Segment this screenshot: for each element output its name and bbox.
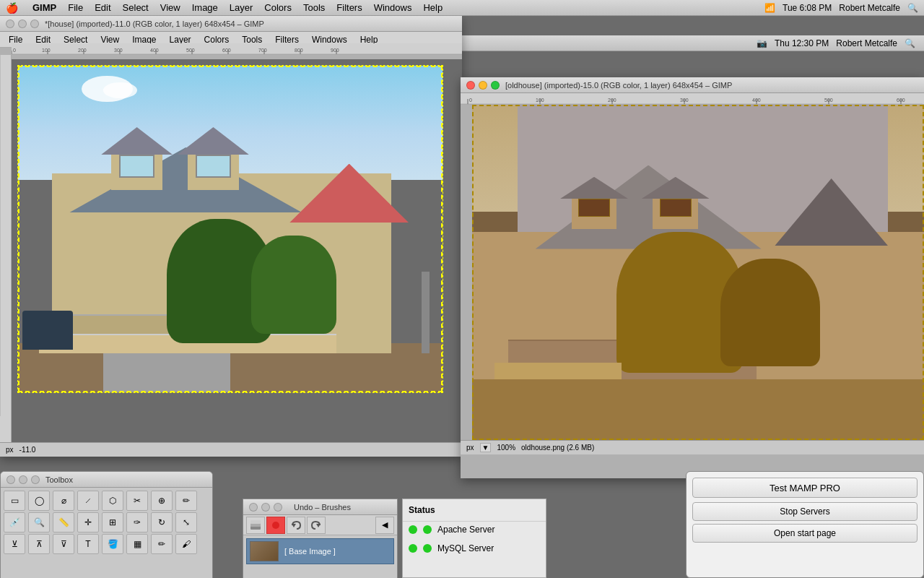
tool-select-by-color[interactable]: ⬡ [102,491,123,511]
close-button-1[interactable] [6,20,14,28]
channels-icon [270,520,282,530]
zoom-value: 100% [497,444,515,452]
menu-select[interactable]: Select [123,2,149,13]
tool-bucket-fill[interactable]: 🪣 [102,534,123,554]
secondary-time: Thu 12:30 PM [775,38,829,48]
tool-move[interactable]: ✛ [77,512,99,532]
undo-min[interactable] [261,503,270,512]
open-start-page-button[interactable]: Open start page [692,524,918,543]
svg-text:0: 0 [469,98,472,103]
svg-point-41 [272,522,279,529]
apache-dot2 [423,525,432,534]
maximize-button-2[interactable] [491,81,500,90]
toolbox-close[interactable] [6,475,15,484]
tool-ellipse-select[interactable]: ◯ [28,491,50,511]
undo-titlebar: Undo – Brushes [243,499,397,515]
driveway [103,353,230,392]
mysql-dot2 [423,544,432,553]
toolbox-grid: ▭ ◯ ⌀ ⟋ ⬡ ✂ ⊕ ✏ 💉 🔍 📏 ✛ ⊞ ✑ ↻ ⤡ ⊻ ⊼ ⊽ T … [1,488,212,557]
base-image-thumb [250,541,279,561]
mysql-label: MySQL Server [437,543,494,553]
redo-btn[interactable] [307,517,326,534]
menu-layer[interactable]: Layer [230,2,253,13]
apache-dot [409,525,417,534]
menu-help[interactable]: Help [423,2,443,13]
minimize-button-2[interactable] [479,81,487,90]
toolbox-max[interactable] [31,475,40,484]
traffic-lights-1 [6,20,39,28]
sepia-dormer-r [653,195,698,228]
house-image-container [17,65,443,393]
undo-collapse-btn[interactable]: ◀ [375,517,394,534]
tool-shear[interactable]: ⊻ [4,534,25,554]
undo-window: Undo – Brushes ◀ [243,499,398,578]
tool-crop[interactable]: ✑ [126,512,148,532]
toolbox-min[interactable] [19,475,27,484]
maximize-button-1[interactable] [30,20,39,28]
menu-gimp[interactable]: GIMP [32,2,56,13]
layers-icon-btn[interactable] [246,517,265,534]
undo-history-btn[interactable] [287,517,305,534]
tool-foreground-select[interactable]: ⊕ [151,491,173,511]
menu-colors[interactable]: Colors [264,2,292,13]
zoom-select[interactable]: ▼ [480,443,492,452]
minimize-button-1[interactable] [18,20,27,28]
tool-align[interactable]: ⊞ [102,512,123,532]
menu-view[interactable]: View [160,2,180,13]
tool-color-picker[interactable]: 💉 [4,512,25,532]
tool-scissors[interactable]: ✂ [126,491,148,511]
svg-text:500: 500 [186,48,195,53]
h-ruler-2: 0 100 200 300 400 500 600 [461,93,924,105]
mysql-dot [409,544,417,553]
tool-paths[interactable]: ✏ [175,491,197,511]
dormer-left [111,151,162,190]
base-image-item[interactable]: [ Base Image ] [246,538,394,564]
tool-rect-select[interactable]: ▭ [4,491,25,511]
tool-scale[interactable]: ⤡ [175,512,197,532]
tool-rotate[interactable]: ↻ [151,512,173,532]
tool-paintbrush[interactable]: 🖌 [175,534,197,554]
tool-text[interactable]: T [77,534,99,554]
svg-text:900: 900 [331,48,339,53]
svg-text:800: 800 [295,48,303,53]
tool-perspective[interactable]: ⊼ [28,534,50,554]
wifi-icon: 📶 [764,3,775,13]
test-mamp-button[interactable]: Test MAMP PRO [692,478,918,498]
gimp-2-canvas[interactable] [472,105,924,440]
menu-filters[interactable]: Filters [336,2,362,13]
channels-icon-btn[interactable] [266,517,285,534]
search-icon[interactable]: 🔍 [907,3,918,13]
menu-file[interactable]: File [68,2,83,13]
tool-free-select[interactable]: ⌀ [53,491,74,511]
thumb-preview [250,542,278,561]
menu-image[interactable]: Image [192,2,218,13]
undo-icon [290,520,302,530]
gimp-1-canvas[interactable] [12,59,462,442]
undo-max[interactable] [274,503,282,512]
secondary-search-icon[interactable]: 🔍 [905,38,915,48]
tool-flip[interactable]: ⊽ [53,534,74,554]
svg-text:300: 300 [114,48,123,53]
tool-measure[interactable]: 📏 [53,512,74,532]
apple-menu[interactable]: 🍎 [6,2,18,14]
sepia-fence [494,363,621,379]
undo-close[interactable] [249,503,258,512]
desktop: 📄 PHP_Config_Primer-35of 📷 Thu 12:30 PM … [0,16,924,578]
dormer-right [188,151,239,190]
menu-bar: 🍎 GIMP File Edit Select View Image Layer… [0,0,924,16]
menu-tools[interactable]: Tools [303,2,325,13]
menu-windows[interactable]: Windows [374,2,412,13]
tool-fuzzy-select[interactable]: ⟋ [77,491,99,511]
gimp-2-title: [oldhouse] (imported)-15.0 (RGB color, 1… [505,81,732,90]
stop-servers-button[interactable]: Stop Servers [692,502,918,521]
ruler-svg-h2: 0 100 200 300 400 500 600 [461,93,924,105]
tool-blend[interactable]: ▦ [126,534,148,554]
tool-zoom[interactable]: 🔍 [28,512,50,532]
gimp-window-2: [oldhouse] (imported)-15.0 (RGB color, 1… [461,77,924,478]
undo-title: Undo – Brushes [294,503,351,512]
px-label: px [466,444,474,452]
menu-edit[interactable]: Edit [95,2,110,13]
close-button-2[interactable] [466,81,475,90]
redo-icon [310,520,322,530]
tool-pencil[interactable]: ✏ [151,534,173,554]
